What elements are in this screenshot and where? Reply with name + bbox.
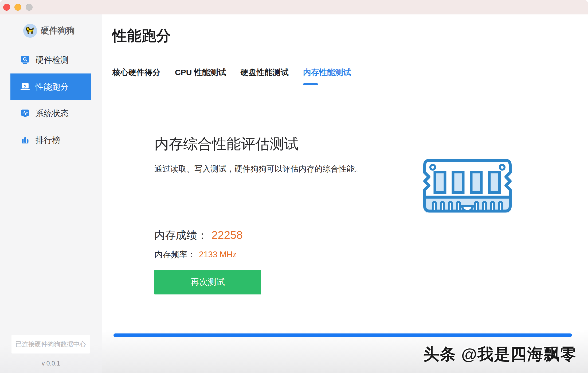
memory-score-value: 22258 bbox=[211, 229, 243, 242]
sidebar-item-system-status[interactable]: 系统状态 bbox=[10, 100, 91, 127]
memory-score-label: 内存成绩： bbox=[154, 228, 208, 243]
tab-memory-test[interactable]: 内存性能测试 bbox=[303, 67, 351, 85]
connection-status-text: 已连接硬件狗狗数据中心 bbox=[15, 340, 86, 348]
sidebar-item-label: 排行榜 bbox=[36, 135, 60, 146]
zoom-button[interactable] bbox=[26, 4, 33, 11]
section-description: 通过读取、写入测试，硬件狗狗可以评估内存的综合性能。 bbox=[154, 164, 588, 174]
memory-frequency-label: 内存频率： bbox=[154, 249, 196, 260]
tab-bar: 核心硬件得分 CPU 性能测试 硬盘性能测试 内存性能测试 bbox=[112, 67, 588, 85]
memory-frequency-value: 2133 MHz bbox=[199, 250, 237, 259]
retest-button[interactable]: 再次测试 bbox=[154, 270, 261, 294]
memory-test-section: 内存综合性能评估测试 通过读取、写入测试，硬件狗狗可以评估内存的综合性能。 内存… bbox=[154, 134, 588, 294]
active-tab-underline bbox=[303, 83, 318, 85]
connection-status-box: 已连接硬件狗狗数据中心 bbox=[11, 335, 90, 353]
minimize-button[interactable] bbox=[14, 4, 21, 11]
titlebar bbox=[0, 0, 588, 14]
memory-score-row: 内存成绩： 22258 bbox=[154, 228, 588, 243]
sidebar: 硬件狗狗 硬件检测 bbox=[0, 14, 102, 373]
tab-cpu-test[interactable]: CPU 性能测试 bbox=[175, 67, 226, 85]
page-title: 性能跑分 bbox=[112, 26, 588, 46]
main-panel: 性能跑分 核心硬件得分 CPU 性能测试 硬盘性能测试 内存性能测试 bbox=[102, 14, 588, 373]
memory-frequency-row: 内存频率： 2133 MHz bbox=[154, 249, 588, 260]
close-button[interactable] bbox=[3, 4, 10, 11]
section-heading: 内存综合性能评估测试 bbox=[154, 134, 588, 154]
bottom-divider-line bbox=[113, 333, 572, 337]
sidebar-item-label: 系统状态 bbox=[36, 108, 69, 119]
watermark-text: 头条 @我是四海飘零 bbox=[423, 344, 577, 365]
tab-label: 核心硬件得分 bbox=[112, 68, 160, 77]
app-name: 硬件狗狗 bbox=[41, 25, 75, 37]
sidebar-nav: 硬件检测 性能跑分 系统状态 bbox=[0, 47, 102, 154]
app-logo: 硬件狗狗 bbox=[23, 24, 102, 38]
sidebar-item-label: 硬件检测 bbox=[36, 55, 69, 66]
dog-logo-icon bbox=[23, 24, 37, 38]
tab-label: CPU 性能测试 bbox=[175, 68, 226, 77]
tab-core-hardware-score[interactable]: 核心硬件得分 bbox=[112, 67, 160, 85]
monitor-search-icon bbox=[20, 55, 30, 65]
sidebar-item-label: 性能跑分 bbox=[36, 81, 69, 92]
sidebar-item-ranking[interactable]: 排行榜 bbox=[10, 127, 91, 154]
laptop-bolt-icon bbox=[20, 82, 30, 92]
tab-label: 硬盘性能测试 bbox=[241, 68, 289, 77]
monitor-pulse-icon bbox=[20, 109, 30, 118]
tab-label: 内存性能测试 bbox=[303, 68, 351, 77]
app-version: v 0.0.1 bbox=[0, 360, 102, 367]
sidebar-item-hardware-detect[interactable]: 硬件检测 bbox=[10, 47, 91, 73]
bar-chart-icon bbox=[20, 135, 30, 145]
sidebar-item-benchmark[interactable]: 性能跑分 bbox=[10, 73, 91, 100]
tab-disk-test[interactable]: 硬盘性能测试 bbox=[241, 67, 289, 85]
app-window: 硬件狗狗 硬件检测 bbox=[0, 0, 588, 373]
ram-module-icon bbox=[421, 158, 513, 214]
